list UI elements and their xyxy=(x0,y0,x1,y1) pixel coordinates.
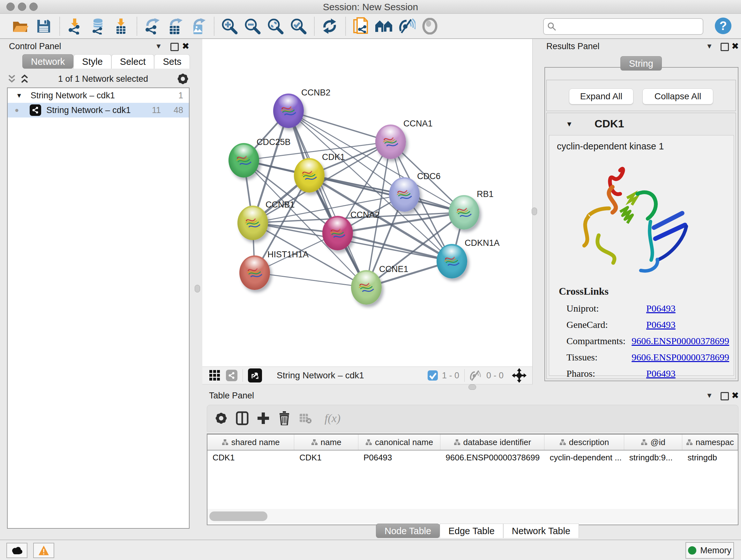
column-header-name[interactable]: name xyxy=(294,435,358,450)
results-panel-float-icon[interactable] xyxy=(721,43,729,51)
export-network-button[interactable] xyxy=(143,17,161,36)
toolbar-separator xyxy=(345,17,346,36)
results-panel-close-icon[interactable]: ✖ xyxy=(731,41,739,51)
table-panel-float-icon[interactable] xyxy=(721,392,729,400)
network-grid-icon[interactable] xyxy=(209,369,221,381)
control-tab-style[interactable]: Style xyxy=(73,54,111,69)
table-horizontal-scrollbar[interactable] xyxy=(207,509,737,523)
node-CDK1[interactable] xyxy=(294,158,325,192)
table-cell[interactable]: stringdb:9... xyxy=(624,453,683,462)
detach-view-icon[interactable] xyxy=(248,368,262,382)
node-CCNE1[interactable] xyxy=(351,270,382,305)
control-panel-menu-caret[interactable]: ▼ xyxy=(155,42,162,51)
node-HIST1H1A[interactable] xyxy=(239,255,270,290)
zoom-selected-button[interactable] xyxy=(289,17,308,36)
table-tab-node-table[interactable]: Node Table xyxy=(376,523,440,538)
export-table-button[interactable] xyxy=(166,17,185,36)
first-neighbors-button[interactable] xyxy=(375,17,393,36)
node-CCNA2[interactable] xyxy=(322,216,353,250)
import-network-database-button[interactable] xyxy=(89,17,107,36)
selected-checkbox-icon[interactable] xyxy=(427,370,438,381)
column-header-canonical-name[interactable]: canonical name xyxy=(358,435,441,450)
edge-CCNE1-HIST1H1A[interactable] xyxy=(255,273,366,287)
node-CCNB1[interactable] xyxy=(238,206,268,240)
left-splitter-handle[interactable] xyxy=(195,285,200,293)
expand-all-chevrons-icon[interactable] xyxy=(20,74,29,84)
collection-expand-caret[interactable]: ▼ xyxy=(16,92,22,99)
export-image-button[interactable] xyxy=(189,17,207,36)
table-tab-network-table[interactable]: Network Table xyxy=(503,523,579,538)
cloud-status-button[interactable] xyxy=(6,543,27,558)
crosslink-value-link[interactable]: P06493 xyxy=(646,368,676,379)
table-cell[interactable]: cyclin-dependent ... xyxy=(544,453,624,462)
edge-CCNB2-CCNA1[interactable] xyxy=(288,111,391,142)
node-RB1[interactable] xyxy=(449,195,479,230)
table-cell[interactable]: CDK1 xyxy=(207,453,294,462)
collapse-all-button[interactable]: Collapse All xyxy=(643,88,713,105)
hide-selected-button[interactable] xyxy=(398,17,416,36)
gene-expand-caret[interactable]: ▼ xyxy=(566,120,573,128)
network-collection-row[interactable]: ▼ String Network – cdk1 1 xyxy=(8,88,189,103)
node-CDC6[interactable] xyxy=(389,177,420,212)
apply-layout-button[interactable] xyxy=(320,17,339,36)
column-header-description[interactable]: description xyxy=(544,435,624,450)
expand-all-button[interactable]: Expand All xyxy=(569,88,633,105)
zoom-out-button[interactable] xyxy=(243,17,262,36)
table-cell[interactable]: CDK1 xyxy=(294,453,358,462)
import-network-file-button[interactable] xyxy=(66,17,84,36)
delete-column-button[interactable] xyxy=(276,410,293,427)
control-panel-close-icon[interactable]: ✖ xyxy=(182,41,189,51)
bottom-splitter-handle[interactable] xyxy=(468,384,476,390)
network-canvas[interactable]: CCNB2CCNA1CDC25BCDK1CDC6RB1CCNB1CCNA2CDK… xyxy=(202,39,533,367)
column-header-@id[interactable]: @id xyxy=(624,435,683,450)
create-column-button[interactable] xyxy=(255,410,272,427)
import-table-file-button[interactable] xyxy=(112,17,130,36)
table-options-button[interactable] xyxy=(213,410,229,427)
save-session-button[interactable] xyxy=(35,17,53,36)
network-row-selected[interactable]: ● String Network – cdk1 11 48 xyxy=(8,103,189,118)
new-network-from-selection-button[interactable] xyxy=(352,17,370,36)
results-panel-menu-caret[interactable]: ▼ xyxy=(706,42,713,51)
scrollbar-thumb[interactable] xyxy=(209,511,267,521)
memory-button[interactable]: Memory xyxy=(685,542,734,559)
node-CCNA1[interactable] xyxy=(375,125,406,159)
control-panel-float-icon[interactable] xyxy=(171,43,179,51)
search-input[interactable] xyxy=(560,21,703,32)
node-CDC25B[interactable] xyxy=(228,143,259,178)
crosslink-value-link[interactable]: 9606.ENSP00000378699 xyxy=(631,335,729,347)
table-cell[interactable]: P06493 xyxy=(358,453,441,462)
network-options-gear-icon[interactable] xyxy=(177,73,189,85)
control-tab-sets[interactable]: Sets xyxy=(154,54,190,69)
table-cell[interactable]: 9606.ENSP00000378699 xyxy=(441,453,544,462)
table-tab-edge-table[interactable]: Edge Table xyxy=(440,523,503,538)
show-columns-button[interactable] xyxy=(234,410,251,427)
crosslink-value-link[interactable]: P06493 xyxy=(646,303,676,314)
node-CCNB2[interactable] xyxy=(273,94,304,128)
node-CDKN1A[interactable] xyxy=(436,244,467,278)
tab-string[interactable]: String xyxy=(620,56,662,71)
gene-section-header[interactable]: ▼ CDK1 xyxy=(547,113,735,135)
table-cell[interactable]: stringdb xyxy=(682,453,738,462)
right-splitter-handle[interactable] xyxy=(532,207,537,215)
collapse-all-chevrons-icon[interactable] xyxy=(7,74,17,84)
table-panel-close-icon[interactable]: ✖ xyxy=(731,390,739,401)
warnings-button[interactable] xyxy=(33,543,54,558)
string-view-icon[interactable] xyxy=(226,370,238,381)
table-panel-menu-caret[interactable]: ▼ xyxy=(706,391,713,400)
column-header-namespac[interactable]: namespac xyxy=(682,435,738,450)
control-tab-select[interactable]: Select xyxy=(111,54,154,69)
crosslink-value-link[interactable]: 9606.ENSP00000378699 xyxy=(631,352,729,363)
control-tab-network[interactable]: Network xyxy=(22,54,73,69)
table-row[interactable]: CDK1CDK1P064939606.ENSP00000378699cyclin… xyxy=(207,450,738,464)
birds-eye-pan-icon[interactable] xyxy=(512,368,527,383)
search-box[interactable] xyxy=(543,18,703,35)
column-header-shared-name[interactable]: shared name xyxy=(207,435,294,450)
help-button[interactable]: ? xyxy=(715,17,731,34)
crosslink-value-link[interactable]: P06493 xyxy=(646,319,676,330)
column-header-database-identifier[interactable]: database identifier xyxy=(441,435,544,450)
zoom-fit-button[interactable] xyxy=(266,17,285,36)
open-session-button[interactable] xyxy=(11,17,30,36)
show-all-button[interactable] xyxy=(421,17,439,36)
zoom-in-button[interactable] xyxy=(220,17,239,36)
edge-CCNB2-CCNE1[interactable] xyxy=(288,111,366,287)
